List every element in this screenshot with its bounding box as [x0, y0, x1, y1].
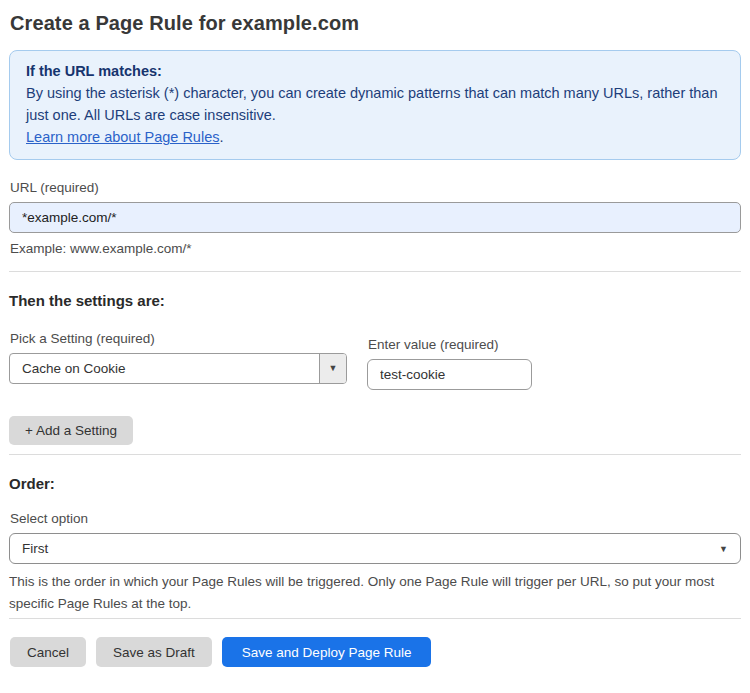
url-field-label: URL (required) — [10, 180, 741, 195]
learn-more-link[interactable]: Learn more about Page Rules — [26, 129, 219, 145]
setting-value-input[interactable] — [367, 359, 532, 390]
link-suffix: . — [219, 129, 223, 145]
order-section-heading: Order: — [9, 475, 741, 492]
setting-value-label: Enter value (required) — [368, 337, 532, 352]
order-select-label: Select option — [10, 511, 741, 526]
chevron-down-icon: ▼ — [719, 544, 728, 553]
settings-section-heading: Then the settings are: — [9, 292, 741, 309]
add-setting-button[interactable]: + Add a Setting — [9, 416, 133, 445]
save-and-deploy-button[interactable]: Save and Deploy Page Rule — [222, 637, 432, 667]
info-box-heading: If the URL matches: — [26, 63, 162, 79]
setting-picker-label: Pick a Setting (required) — [10, 331, 347, 346]
info-box-body: By using the asterisk (*) character, you… — [26, 82, 724, 126]
setting-value-column: Enter value (required) — [367, 337, 532, 390]
cancel-button[interactable]: Cancel — [10, 637, 86, 667]
setting-select-value: Cache on Cookie — [10, 354, 319, 383]
footer-actions: Cancel Save as Draft Save and Deploy Pag… — [10, 637, 741, 667]
order-select-value: First — [22, 541, 48, 556]
divider — [9, 618, 741, 619]
chevron-down-icon: ▼ — [319, 354, 346, 383]
divider — [9, 271, 741, 272]
url-input[interactable] — [9, 202, 741, 233]
divider — [9, 454, 741, 455]
save-as-draft-button[interactable]: Save as Draft — [96, 637, 212, 667]
url-match-info-box: If the URL matches: By using the asteris… — [9, 50, 741, 160]
url-example-text: Example: www.example.com/* — [10, 241, 741, 256]
page-title: Create a Page Rule for example.com — [10, 12, 741, 35]
setting-select[interactable]: Cache on Cookie ▼ — [9, 353, 347, 384]
order-select[interactable]: First ▼ — [9, 533, 741, 564]
setting-picker-column: Pick a Setting (required) Cache on Cooki… — [9, 331, 347, 390]
settings-row: Pick a Setting (required) Cache on Cooki… — [9, 331, 741, 390]
order-help-text: This is the order in which your Page Rul… — [9, 571, 733, 615]
page-rule-form: Create a Page Rule for example.com If th… — [0, 0, 750, 693]
